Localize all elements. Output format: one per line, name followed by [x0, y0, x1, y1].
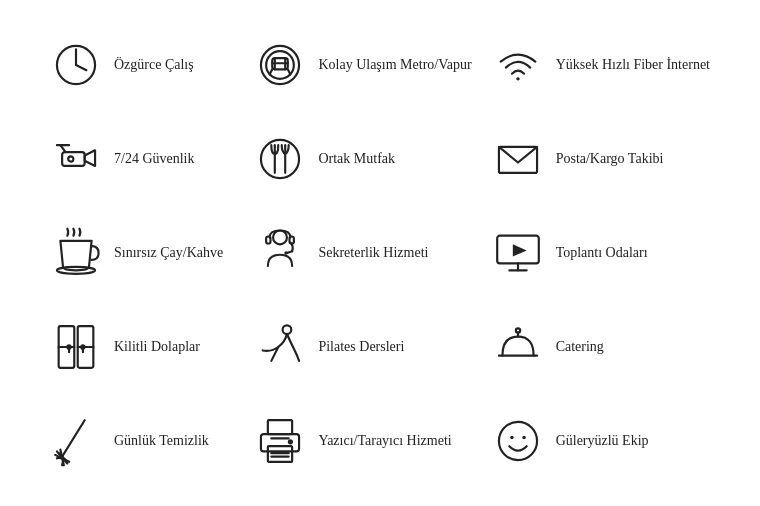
svg-point-17: [261, 140, 299, 178]
svg-point-55: [499, 422, 537, 460]
amenities-grid: Özgürce Çalış Kolay Ulaşım Metro/Vapur: [20, 8, 740, 498]
secretary-icon: [254, 227, 306, 279]
label-yazici: Yazıcı/Tarayıcı Hizmeti: [318, 433, 451, 449]
svg-point-43: [515, 328, 519, 332]
broom-icon: [50, 415, 102, 467]
item-dolaplar: Kilitli Dolaplar: [40, 300, 244, 394]
cup-icon: [50, 227, 102, 279]
svg-line-44: [62, 420, 85, 456]
svg-line-7: [288, 69, 291, 74]
svg-line-6: [270, 69, 273, 74]
svg-point-14: [68, 156, 73, 161]
item-kolay-ulasim: Kolay Ulaşım Metro/Vapur: [244, 18, 481, 112]
item-sekreterlik: Sekreterlik Hizmeti: [244, 206, 481, 300]
svg-point-23: [274, 230, 288, 244]
item-toplanti: Toplantı Odaları: [482, 206, 720, 300]
svg-point-54: [288, 439, 293, 444]
item-guvenlik: 7/24 Güvenlik: [40, 112, 244, 206]
label-catering: Catering: [556, 339, 604, 355]
item-fiber-internet: Yüksek Hızlı Fiber İnternet: [482, 18, 720, 112]
svg-point-56: [510, 436, 513, 439]
svg-line-2: [76, 65, 86, 70]
metro-icon: [254, 39, 306, 91]
item-guler: Güleryüzlü Ekip: [482, 394, 720, 488]
item-catering: Catering: [482, 300, 720, 394]
item-ozgurce-calis: Özgürce Çalış: [40, 18, 244, 112]
label-cay-kahve: Sınırsız Çay/Kahve: [114, 245, 223, 261]
svg-rect-24: [267, 237, 271, 244]
label-fiber-internet: Yüksek Hızlı Fiber İnternet: [556, 57, 710, 73]
svg-point-11: [516, 77, 519, 80]
envelope-icon: [492, 133, 544, 185]
label-temizlik: Günlük Temizlik: [114, 433, 209, 449]
label-ortak-mutfak: Ortak Mutfak: [318, 151, 395, 167]
item-cay-kahve: Sınırsız Çay/Kahve: [40, 206, 244, 300]
item-yazici: Yazıcı/Tarayıcı Hizmeti: [244, 394, 481, 488]
label-kolay-ulasim: Kolay Ulaşım Metro/Vapur: [318, 57, 471, 73]
fork-icon: [254, 133, 306, 185]
smile-icon: [492, 415, 544, 467]
printer-icon: [254, 415, 306, 467]
svg-point-27: [285, 251, 288, 254]
label-guler: Güleryüzlü Ekip: [556, 433, 649, 449]
wifi-icon: [492, 39, 544, 91]
item-ortak-mutfak: Ortak Mutfak: [244, 112, 481, 206]
svg-point-57: [522, 436, 525, 439]
svg-point-40: [283, 325, 292, 334]
label-posta-kargo: Posta/Kargo Takibi: [556, 151, 664, 167]
label-guvenlik: 7/24 Güvenlik: [114, 151, 195, 167]
svg-marker-31: [512, 244, 526, 256]
locker-icon: [50, 321, 102, 373]
pilates-icon: [254, 321, 306, 373]
cloche-icon: [492, 321, 544, 373]
label-toplanti: Toplantı Odaları: [556, 245, 648, 261]
label-pilates: Pilates Dersleri: [318, 339, 404, 355]
svg-marker-13: [85, 150, 95, 166]
monitor-icon: [492, 227, 544, 279]
camera-icon: [50, 133, 102, 185]
label-dolaplar: Kilitli Dolaplar: [114, 339, 200, 355]
label-ozgurce-calis: Özgürce Çalış: [114, 57, 194, 73]
svg-rect-48: [268, 420, 292, 434]
item-posta-kargo: Posta/Kargo Takibi: [482, 112, 720, 206]
clock-icon: [50, 39, 102, 91]
item-pilates: Pilates Dersleri: [244, 300, 481, 394]
item-temizlik: Günlük Temizlik: [40, 394, 244, 488]
label-sekreterlik: Sekreterlik Hizmeti: [318, 245, 428, 261]
svg-rect-49: [261, 434, 299, 451]
